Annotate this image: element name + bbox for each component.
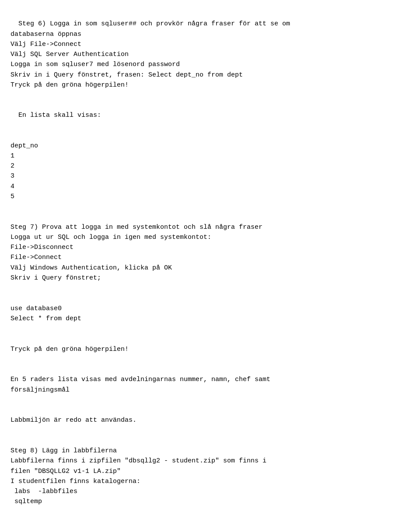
step8-intro-text: Steg 8) Lägg in labbfilerna Labbfilerna … [10, 447, 266, 505]
step7-result-block: En 5 raders lista visas med avdelningarn… [10, 354, 410, 395]
step6-result-data-block: dept_no 1 2 3 4 5 [10, 120, 410, 202]
step7-code-block: use database0 Select * from dept [10, 283, 410, 324]
step7-press-block: Tryck på den gröna högerpilen! [10, 324, 410, 354]
step7-press-text: Tryck på den gröna högerpilen! [10, 346, 129, 353]
step6-result-data-text: dept_no 1 2 3 4 5 [10, 142, 38, 200]
step6-result-intro-text: En lista skall visas: [18, 112, 101, 119]
step8-unpack-block: Packa upp dessa och lägg i: c:\labs c:\s… [10, 507, 410, 511]
step8-intro-block: Steg 8) Lägg in labbfilerna Labbfilerna … [10, 426, 410, 507]
step7-code-text: use database0 Select * from dept [10, 305, 81, 322]
step7-ready-text: Labbmiljön är redo att användas. [10, 416, 136, 424]
step7-result-text: En 5 raders lista visas med avdelningarn… [10, 376, 270, 393]
step7-intro-block: Steg 7) Prova att logga in med systemkon… [10, 202, 410, 283]
step6-result-intro-block: En lista skall visas: [10, 100, 410, 121]
step6-intro-text: Steg 6) Logga in som sqluser## och provk… [10, 20, 290, 89]
step7-intro-text: Steg 7) Prova att logga in med systemkon… [10, 224, 262, 282]
step7-ready-block: Labbmiljön är redo att användas. [10, 395, 410, 426]
main-content: Steg 6) Logga in som sqluser## och provk… [10, 9, 410, 90]
